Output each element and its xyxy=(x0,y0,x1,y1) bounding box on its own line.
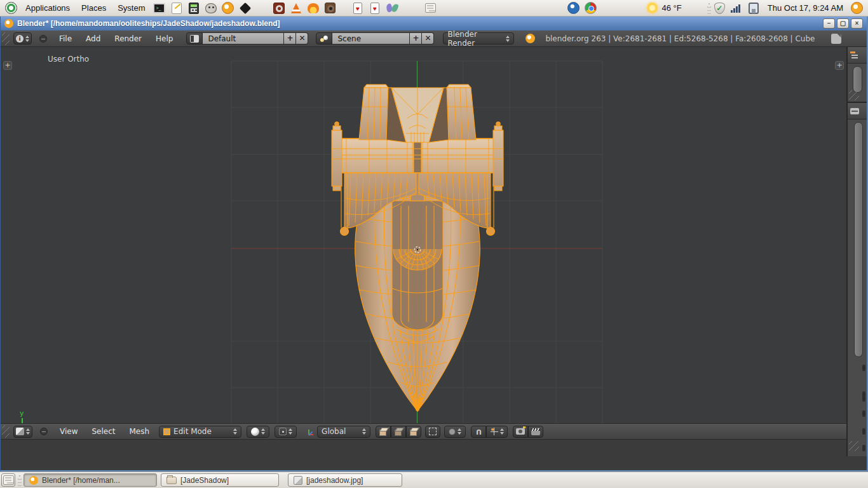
render-engine-dropdown[interactable]: Blender Render xyxy=(443,32,514,44)
mesh-menu[interactable]: Mesh xyxy=(123,427,157,436)
taskbar-window-jadeshadow-image[interactable]: [jadeshadow.jpg] xyxy=(288,473,402,487)
editor-type-selector[interactable]: i xyxy=(13,32,32,44)
snap-element-dropdown[interactable] xyxy=(486,426,508,438)
duplicate-window-icon[interactable] xyxy=(831,34,841,44)
battery-icon[interactable] xyxy=(747,1,761,15)
outliner-body[interactable] xyxy=(848,64,867,102)
viewport-3d[interactable]: y x User Ortho (1) Cube + + xyxy=(1,47,846,423)
outliner-header[interactable] xyxy=(848,47,867,64)
view-menu[interactable]: View xyxy=(53,427,85,436)
vertex-select-button[interactable] xyxy=(376,426,391,438)
taskbar-drag-handle[interactable] xyxy=(18,475,22,486)
weather-sun-icon[interactable] xyxy=(646,1,659,15)
add-menu[interactable]: Add xyxy=(79,34,107,43)
applications-menu[interactable]: Applications xyxy=(20,0,76,16)
add-layout-button[interactable]: + xyxy=(284,32,296,44)
properties-shelf-toggle[interactable]: + xyxy=(835,61,844,70)
tray-blender-icon[interactable] xyxy=(850,1,864,15)
view3d-editor-icon xyxy=(16,428,24,435)
window-app-launcher-icon[interactable] xyxy=(424,1,437,15)
file-menu[interactable]: File xyxy=(52,34,79,43)
manipulator-axes-icon[interactable] xyxy=(304,427,313,436)
properties-scrollbar[interactable] xyxy=(854,122,863,357)
thunderbird-launcher-icon[interactable] xyxy=(567,1,580,15)
select-menu[interactable]: Select xyxy=(85,427,122,436)
collapse-menus-icon[interactable] xyxy=(39,35,47,43)
maximize-button[interactable]: ▢ xyxy=(837,18,849,29)
clapperboard-icon xyxy=(531,428,540,435)
panel-nub xyxy=(862,391,865,402)
taskbar-window-blender[interactable]: Blender* [/home/man... xyxy=(24,473,157,487)
system-menu[interactable]: System xyxy=(112,0,151,16)
orientation-value: Global xyxy=(322,427,346,436)
screen-layout-name-field[interactable]: Default xyxy=(203,32,284,44)
scene-browse-button[interactable] xyxy=(316,32,332,44)
weather-temperature[interactable]: 46 °F xyxy=(661,3,686,13)
distro-logo-icon[interactable] xyxy=(4,1,18,15)
editor-type-selector[interactable] xyxy=(13,426,32,438)
network-signal-icon[interactable] xyxy=(730,1,743,15)
card-game-2-launcher-icon[interactable]: ♥ xyxy=(368,1,381,15)
edge-select-button[interactable] xyxy=(391,426,406,438)
scene-name-field[interactable]: Scene xyxy=(332,32,410,44)
show-desktop-button[interactable] xyxy=(1,473,15,487)
folder-icon xyxy=(166,477,177,484)
editor-resize-grip[interactable] xyxy=(2,32,10,45)
pivot-point-dropdown[interactable] xyxy=(275,426,297,438)
add-scene-button[interactable]: + xyxy=(410,32,422,44)
taskbar-window-jadeshadow-folder[interactable]: [JadeShadow] xyxy=(161,473,279,487)
properties-editor-header[interactable] xyxy=(848,103,867,119)
render-opengl-anim-button[interactable] xyxy=(528,426,543,438)
update-shield-icon[interactable]: ✓ xyxy=(713,1,726,15)
clock-applet[interactable]: Thu Oct 17, 9:24 AM xyxy=(763,3,848,13)
places-menu[interactable]: Places xyxy=(76,0,112,16)
screen-layout-browse-button[interactable] xyxy=(186,32,203,44)
camera-icon xyxy=(516,428,525,435)
viewport-shading-dropdown[interactable] xyxy=(247,426,269,438)
card-game-launcher-icon[interactable]: ♥ xyxy=(351,1,364,15)
audio-app-launcher-icon[interactable] xyxy=(306,1,320,15)
render-menu[interactable]: Render xyxy=(107,34,149,43)
transform-orientation-dropdown[interactable]: Global xyxy=(317,426,370,438)
tray-drag-handle[interactable] xyxy=(707,3,711,14)
speaker-app-launcher-icon[interactable] xyxy=(323,1,337,15)
shading-sphere-icon xyxy=(251,428,259,436)
blender-launcher-icon[interactable] xyxy=(221,1,234,15)
tool-shelf-toggle[interactable]: + xyxy=(3,61,12,70)
inkscape-launcher-icon[interactable] xyxy=(238,1,252,15)
image-viewer-icon xyxy=(294,476,302,485)
chrome-launcher-icon[interactable] xyxy=(584,1,597,15)
help-menu[interactable]: Help xyxy=(149,34,180,43)
vlc-launcher-icon[interactable] xyxy=(289,1,302,15)
snap-toggle-button[interactable]: U xyxy=(471,426,486,438)
outliner-scrollbar[interactable] xyxy=(853,66,862,93)
window-titlebar[interactable]: Blender* [/home/mandoman/ooliteships/Jad… xyxy=(1,17,867,30)
editor-resize-grip[interactable] xyxy=(2,425,10,438)
render-opengl-button[interactable] xyxy=(513,426,528,438)
limit-to-visible-button[interactable] xyxy=(425,426,440,438)
window-blender-icon xyxy=(4,19,13,28)
gimp-launcher-icon[interactable] xyxy=(204,1,217,15)
disc-burner-launcher-icon[interactable] xyxy=(272,1,285,15)
layout-icon xyxy=(190,35,199,43)
butterfly-app-launcher-icon[interactable] xyxy=(385,1,398,15)
blender-logo-icon[interactable] xyxy=(526,34,535,43)
scene-statistics: blender.org 263 | Ve:2681-2681 | Ed:5268… xyxy=(545,34,815,43)
wireframe-model[interactable] xyxy=(332,85,503,411)
outliner-resize-grip[interactable] xyxy=(849,90,859,100)
properties-resize-grip[interactable] xyxy=(849,441,859,451)
viewport-canvas[interactable]: y x xyxy=(1,47,846,423)
properties-body[interactable] xyxy=(848,119,867,455)
desktop-top-panel: Applications Places System >_ ♥ ♥ 46 °F … xyxy=(0,0,868,17)
text-editor-launcher-icon[interactable] xyxy=(170,1,183,15)
minimize-button[interactable]: – xyxy=(823,18,835,29)
close-button[interactable]: × xyxy=(851,18,863,29)
delete-scene-button[interactable]: ✕ xyxy=(422,32,434,44)
proportional-edit-dropdown[interactable] xyxy=(444,426,466,438)
collapse-menus-icon[interactable] xyxy=(40,428,48,435)
face-select-button[interactable] xyxy=(406,426,421,438)
mode-dropdown[interactable]: Edit Mode xyxy=(159,426,241,438)
delete-layout-button[interactable]: ✕ xyxy=(296,32,308,44)
calculator-launcher-icon[interactable] xyxy=(187,1,200,15)
terminal-launcher-icon[interactable]: >_ xyxy=(153,1,166,15)
